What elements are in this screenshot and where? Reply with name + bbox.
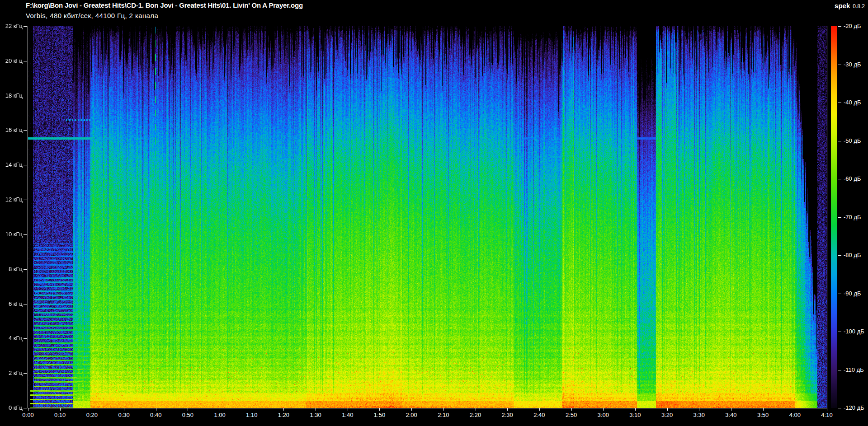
freq-tick-mark xyxy=(24,269,27,270)
time-tick-label: 0:10 xyxy=(47,412,73,419)
time-tick-mark xyxy=(443,408,444,411)
time-tick-mark xyxy=(571,408,572,411)
time-tick-label: 1:40 xyxy=(335,412,360,419)
freq-tick-label: 20 кГц xyxy=(2,57,23,65)
time-tick-mark xyxy=(795,408,795,411)
app-name: spek xyxy=(835,2,850,9)
time-tick-mark xyxy=(252,408,252,411)
db-tick-mark xyxy=(838,408,841,408)
freq-tick-mark xyxy=(24,200,27,200)
time-tick-label: 2:30 xyxy=(495,412,520,419)
time-tick-label: 3:50 xyxy=(750,412,776,419)
db-tick-label: -30 дБ xyxy=(844,61,861,68)
db-colorbar-gradient xyxy=(831,26,837,408)
freq-tick-label: 14 кГц xyxy=(2,161,23,169)
time-tick-mark xyxy=(699,408,699,411)
freq-tick-mark xyxy=(24,165,27,165)
db-tick-label: -50 дБ xyxy=(844,137,861,145)
time-tick-label: 3:10 xyxy=(623,412,648,419)
db-tick-label: -100 дБ xyxy=(844,328,864,335)
time-tick-mark xyxy=(731,408,731,411)
time-tick-mark xyxy=(316,408,316,411)
freq-tick-label: 12 кГц xyxy=(2,196,23,203)
time-tick-label: 0:50 xyxy=(175,412,200,419)
time-tick-label: 3:30 xyxy=(686,412,712,419)
time-tick-mark xyxy=(220,408,220,411)
time-tick-label: 2:20 xyxy=(463,412,488,419)
freq-tick-label: 8 кГц xyxy=(2,266,23,273)
db-tick-label: -90 дБ xyxy=(844,290,861,297)
db-tick-label: -70 дБ xyxy=(844,214,861,221)
app-brand: spek0.8.2 xyxy=(835,2,865,10)
db-tick-mark xyxy=(838,141,841,141)
time-tick-label: 1:30 xyxy=(303,412,328,419)
time-tick-label: 0:20 xyxy=(79,412,104,419)
time-tick-mark xyxy=(827,408,827,411)
db-tick-mark xyxy=(838,332,841,332)
time-tick-label: 4:00 xyxy=(782,412,807,419)
db-tick-label: -40 дБ xyxy=(844,99,861,106)
time-tick-label: 2:50 xyxy=(559,412,584,419)
freq-tick-label: 0 кГц xyxy=(2,404,23,412)
time-tick-label: 1:50 xyxy=(367,412,392,419)
freq-tick-label: 2 кГц xyxy=(2,370,23,377)
db-tick-mark xyxy=(838,65,841,65)
time-tick-label: 3:40 xyxy=(718,412,744,419)
freq-tick-mark xyxy=(24,130,27,131)
time-tick-mark xyxy=(156,408,156,411)
time-tick-mark xyxy=(379,408,380,411)
freq-tick-label: 10 кГц xyxy=(2,231,23,238)
freq-tick-mark xyxy=(24,61,27,61)
db-tick-label: -80 дБ xyxy=(844,252,861,259)
freq-tick-label: 18 кГц xyxy=(2,92,23,99)
time-tick-label: 2:10 xyxy=(431,412,456,419)
db-tick-label: -120 дБ xyxy=(844,404,864,412)
time-tick-mark xyxy=(348,408,348,411)
freq-tick-label: 4 кГц xyxy=(2,335,23,342)
time-tick-mark xyxy=(60,408,61,411)
time-tick-label: 1:10 xyxy=(239,412,264,419)
freq-tick-mark xyxy=(24,234,27,235)
freq-tick-mark xyxy=(24,304,27,304)
freq-tick-mark xyxy=(24,338,27,339)
spectrogram-canvas xyxy=(28,26,827,408)
db-tick-mark xyxy=(838,103,841,103)
spectrogram-frame xyxy=(28,26,827,408)
time-tick-label: 4:10 xyxy=(814,412,840,419)
time-tick-label: 1:20 xyxy=(271,412,296,419)
time-tick-mark xyxy=(635,408,636,411)
file-path-title: F:\korg\Bon Jovi - Greatest Hits\CD-1. B… xyxy=(26,1,303,9)
stream-info: Vorbis, 480 кбит/сек, 44100 Гц, 2 канала xyxy=(26,12,158,19)
time-tick-mark xyxy=(124,408,124,411)
time-tick-mark xyxy=(28,408,28,411)
app-version: 0.8.2 xyxy=(853,3,865,9)
time-tick-label: 0:00 xyxy=(15,412,41,419)
time-tick-label: 1:00 xyxy=(207,412,232,419)
time-tick-mark xyxy=(92,408,92,411)
time-tick-label: 3:00 xyxy=(590,412,616,419)
spek-window: F:\korg\Bon Jovi - Greatest Hits\CD-1. B… xyxy=(0,0,868,426)
freq-tick-mark xyxy=(24,26,27,27)
time-tick-mark xyxy=(411,408,412,411)
freq-tick-label: 6 кГц xyxy=(2,300,23,308)
db-tick-mark xyxy=(838,255,841,256)
freq-tick-label: 16 кГц xyxy=(2,126,23,134)
db-tick-label: -20 дБ xyxy=(844,23,861,30)
freq-tick-mark xyxy=(24,408,27,408)
time-tick-mark xyxy=(507,408,508,411)
db-tick-label: -110 дБ xyxy=(844,366,864,374)
time-tick-label: 3:20 xyxy=(655,412,680,419)
freq-tick-label: 22 кГц xyxy=(2,23,23,30)
time-tick-mark xyxy=(763,408,764,411)
freq-tick-mark xyxy=(24,96,27,96)
db-tick-mark xyxy=(838,370,841,370)
freq-tick-mark xyxy=(24,373,27,374)
db-tick-mark xyxy=(838,179,841,179)
db-tick-mark xyxy=(838,217,841,218)
time-tick-label: 2:40 xyxy=(527,412,552,419)
time-tick-label: 0:30 xyxy=(111,412,137,419)
db-tick-mark xyxy=(838,294,841,294)
db-tick-mark xyxy=(838,26,841,27)
time-tick-label: 0:40 xyxy=(143,412,169,419)
db-tick-label: -60 дБ xyxy=(844,175,861,183)
